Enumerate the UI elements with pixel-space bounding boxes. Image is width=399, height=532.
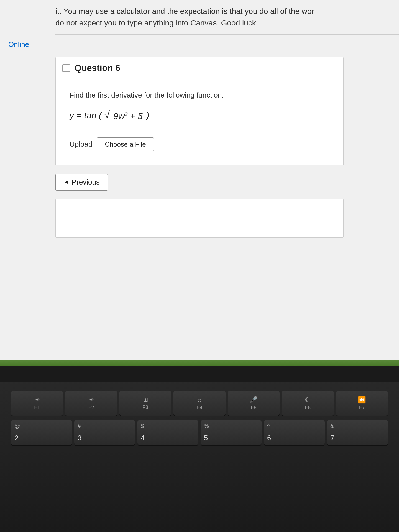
key-f7[interactable]: ⏪ F7 bbox=[336, 391, 388, 416]
brightness-high-icon: ☀ bbox=[88, 396, 94, 404]
previous-button-label: Previous bbox=[72, 178, 100, 186]
key-5[interactable]: % 5 bbox=[201, 420, 262, 445]
key-f1[interactable]: ☀ F1 bbox=[11, 391, 63, 416]
question-formula: y = tan ( √ 9w2 + 5 ) bbox=[70, 108, 329, 123]
formula-equals: = bbox=[76, 110, 84, 120]
sqrt-symbol: √ bbox=[104, 109, 110, 121]
f6-label: F6 bbox=[305, 405, 311, 411]
question-body: Find the first derivative for the follow… bbox=[56, 79, 343, 165]
top-text-block: it. You may use a calculator and the exp… bbox=[0, 0, 399, 34]
key-4-secondary: $ bbox=[141, 423, 144, 429]
arrow-left-icon: ◄ bbox=[63, 178, 70, 186]
key-f5[interactable]: 🎤 F5 bbox=[228, 391, 280, 416]
key-3-primary: 3 bbox=[78, 434, 81, 442]
screen-area: it. You may use a calculator and the exp… bbox=[0, 0, 399, 366]
key-2-secondary: @ bbox=[14, 423, 20, 429]
key-5-secondary: % bbox=[204, 423, 209, 429]
key-2-primary: 2 bbox=[14, 434, 18, 442]
green-bar bbox=[0, 360, 399, 366]
rewind-icon: ⏪ bbox=[358, 396, 366, 404]
question-checkbox[interactable] bbox=[62, 64, 70, 72]
f7-label: F7 bbox=[359, 405, 365, 411]
search-icon: ⌕ bbox=[198, 396, 201, 404]
keyboard-area: ☀ F1 ☀ F2 ⊞ F3 ⌕ F4 🎤 F5 ☾ F6 bbox=[0, 366, 399, 532]
key-6-secondary: ^ bbox=[267, 423, 270, 429]
question-title: Question 6 bbox=[75, 63, 120, 73]
formula-close-paren: ) bbox=[146, 110, 149, 120]
microphone-icon: 🎤 bbox=[249, 396, 258, 404]
choose-file-button[interactable]: Choose a File bbox=[97, 137, 154, 151]
top-text-line1: it. You may use a calculator and the exp… bbox=[55, 7, 314, 16]
keyboard-dark-bar bbox=[0, 366, 399, 382]
empty-card bbox=[55, 199, 344, 238]
key-6-primary: 6 bbox=[267, 434, 271, 442]
key-2[interactable]: @ 2 bbox=[11, 420, 72, 445]
navigation-area: ◄ Previous bbox=[55, 174, 344, 191]
sqrt-content: 9w2 + 5 bbox=[112, 109, 144, 123]
key-f2[interactable]: ☀ F2 bbox=[65, 391, 117, 416]
number-key-row: @ 2 # 3 $ 4 % 5 ^ 6 & 7 bbox=[11, 420, 388, 445]
moon-icon: ☾ bbox=[305, 396, 311, 404]
question-header: Question 6 bbox=[56, 57, 343, 79]
online-label: Online bbox=[0, 35, 399, 54]
key-7-secondary: & bbox=[330, 423, 334, 429]
upload-label: Upload bbox=[70, 140, 92, 149]
question-card: Question 6 Find the first derivative for… bbox=[55, 57, 344, 165]
question-instruction: Find the first derivative for the follow… bbox=[70, 90, 329, 100]
function-key-row: ☀ F1 ☀ F2 ⊞ F3 ⌕ F4 🎤 F5 ☾ F6 bbox=[11, 391, 388, 416]
key-7-primary: 7 bbox=[330, 434, 334, 442]
key-6[interactable]: ^ 6 bbox=[264, 420, 325, 445]
key-f6[interactable]: ☾ F6 bbox=[282, 391, 334, 416]
formula-y: y bbox=[70, 110, 74, 120]
formula-open-paren: ( bbox=[99, 110, 102, 120]
top-text-line2: do not expect you to type anything into … bbox=[55, 19, 258, 27]
key-3-secondary: # bbox=[78, 423, 81, 429]
key-4[interactable]: $ 4 bbox=[137, 420, 198, 445]
key-5-primary: 5 bbox=[204, 434, 208, 442]
key-f3[interactable]: ⊞ F3 bbox=[119, 391, 171, 416]
key-4-primary: 4 bbox=[141, 434, 145, 442]
key-3[interactable]: # 3 bbox=[74, 420, 135, 445]
key-7[interactable]: & 7 bbox=[327, 420, 388, 445]
f3-label: F3 bbox=[142, 405, 148, 410]
f2-label: F2 bbox=[88, 405, 94, 411]
brightness-low-icon: ☀ bbox=[34, 396, 40, 404]
formula-tan: tan bbox=[84, 110, 96, 120]
keyboard-body: ☀ F1 ☀ F2 ⊞ F3 ⌕ F4 🎤 F5 ☾ F6 bbox=[0, 382, 399, 458]
f1-label: F1 bbox=[34, 405, 40, 411]
mission-control-icon: ⊞ bbox=[143, 396, 148, 403]
previous-button[interactable]: ◄ Previous bbox=[55, 174, 108, 191]
f5-label: F5 bbox=[251, 405, 257, 411]
key-f4[interactable]: ⌕ F4 bbox=[173, 391, 225, 416]
content-wrapper: it. You may use a calculator and the exp… bbox=[0, 0, 399, 238]
upload-area: Upload Choose a File bbox=[70, 137, 329, 151]
f4-label: F4 bbox=[196, 405, 202, 411]
